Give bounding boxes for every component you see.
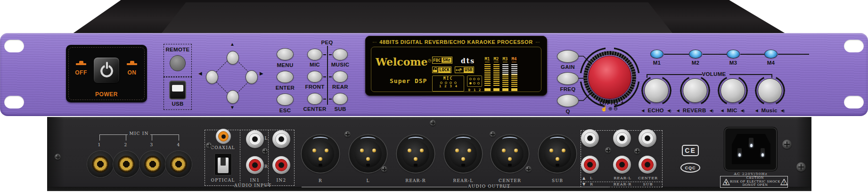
mic-in-jack-3 [139,151,166,177]
peq-sub-label: SUB [327,106,353,112]
menu-button-label: MENU [271,62,299,68]
echo-volume-knob[interactable] [644,78,669,103]
q-label: Q [554,109,582,114]
screw [796,162,806,172]
power-label: POWER [66,91,147,98]
peq-rear-label: REAR [327,84,353,90]
nav-left-button[interactable] [206,70,218,84]
peq-front-button[interactable] [307,71,322,83]
m4-label: M4 [764,60,778,66]
mic-in-jack-4 [165,151,192,177]
gfq-knob[interactable] [588,56,631,99]
peq-label: PEQ [313,40,341,45]
audio-input-label: AUDIO INPUT [234,183,264,188]
screw [262,148,268,154]
disc-status-labels: D12 [467,88,482,92]
enter-button[interactable] [277,71,294,83]
speaker-quiet-icon: ◀ [641,109,644,113]
clock-icon: ◷ [428,58,432,63]
karaoke-processor-unit: OFF ON POWER REMOTE USB ▲ ◀ ▶ ▼ [0,0,868,192]
gain-button[interactable] [557,50,579,63]
rack-hole [4,40,24,52]
audio-output-label: AUDIO OUTPUT [468,184,501,189]
peq-music-button[interactable] [333,49,348,60]
coaxial-label: COAXIAL [208,145,237,150]
q-button[interactable] [557,94,579,107]
screw [430,120,436,126]
in1-left-rca [246,130,264,148]
in1-label: IN1 [248,178,262,183]
power-button[interactable] [93,57,120,83]
dts-logo: dts [461,57,475,65]
peq-rear-button[interactable] [333,71,348,83]
usb-port[interactable] [169,81,186,100]
peq-front-label: FRONT [302,84,328,90]
xlr-output-r [302,135,339,173]
usb-trident-icon [456,68,463,72]
welcome-text: Welcome◷ [376,56,431,68]
xlr-output-rear-r [397,135,434,173]
mic-volume-knob[interactable] [721,78,745,103]
off-indicator-icon [75,61,87,65]
rca-out-rear-r [613,156,631,174]
nav-down-button[interactable] [227,90,239,104]
usb-section: USB [164,77,192,110]
rca-out-center [639,129,656,147]
gain-label: GAIN [554,64,582,70]
caution-plate: ↯ CAUTION RISK OF ELECTRIC SHOCK DONOT O… [720,176,788,188]
peq-center-button[interactable] [307,93,322,105]
in2-left-rca [272,130,290,148]
cqc-mark: CQC [680,163,700,173]
reverb-volume-knob[interactable] [683,78,707,103]
meter-label: M2 [494,57,499,62]
in1-right-rca [246,156,264,174]
freq-button[interactable] [557,72,579,85]
meter-bar [484,64,491,87]
mic-status-box: MIC 1234 [432,75,464,92]
memory-led-m4[interactable] [764,50,778,58]
screw [344,131,351,137]
screw [55,154,61,160]
mic-channel-numbers: 1234 [433,84,464,88]
meter-bar [493,64,500,87]
m2-label: M2 [689,60,702,66]
remote-label: REMOTE [164,47,191,52]
usb-label: USB [164,101,191,107]
rca-out-l [581,129,599,147]
voltage-label: AC 220V/50Hz [729,172,772,176]
peq-divider-line [327,46,328,105]
rack-hole [844,96,864,109]
screw [206,142,212,149]
rear-panel: MIC IN 1 2 3 4 COAXIAL OPTICAL IN1 L R I… [47,117,811,191]
up-arrow-icon: ▲ [582,176,586,180]
rear-bottom-edge [47,187,811,191]
hand-zoom-icons: ☝⊕⊖ [581,106,638,112]
memory-led-m2[interactable] [689,50,702,58]
lock-badge: LOCK [432,67,451,73]
power-on-label: ON [121,69,143,76]
speaker-loud-icon: ◀) [781,109,785,113]
speaker-loud-icon: ◀) [741,109,745,113]
rack-hole [4,96,24,109]
peq-sub-button[interactable] [333,93,348,105]
lcd-display: 48BITS DIGITAL REVERB/ECHO KARAOKE PROCE… [365,36,547,96]
peq-center-label: CENTER [302,106,328,112]
usb-badge: USB [455,67,474,73]
nav-up-button[interactable] [227,51,239,65]
arrow-up-icon: ▲ [230,42,235,47]
menu-button[interactable] [277,48,294,60]
music-knob-label: ◀ Music ◀) [747,108,793,113]
disc-status-box [467,75,482,87]
rca-out-rear-l [613,129,631,147]
esc-button[interactable] [277,93,294,106]
memory-led-m1[interactable] [650,50,663,58]
peq-mic-label: MIC [302,62,328,67]
mic-status-dots [433,82,464,84]
meter-label: M4 [512,57,517,62]
nav-right-button[interactable] [246,70,258,84]
front-panel: OFF ON POWER REMOTE USB ▲ ◀ ▶ ▼ [0,33,868,116]
music-volume-knob[interactable] [758,78,782,103]
volume-label: VOLUME [697,71,730,77]
memory-led-m3[interactable] [727,50,740,58]
peq-mic-button[interactable] [307,49,322,60]
